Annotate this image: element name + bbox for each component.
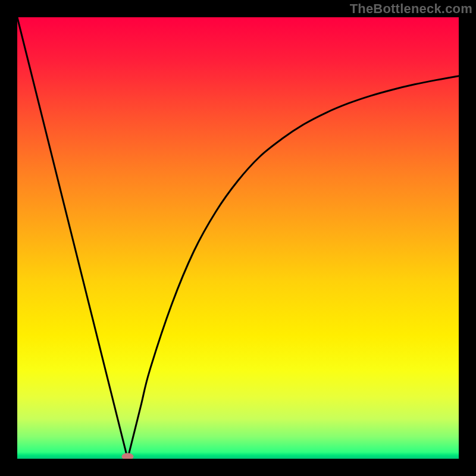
chart-background <box>17 17 459 459</box>
bottleneck-chart <box>17 17 459 459</box>
chart-frame: TheBottleneck.com <box>0 0 476 476</box>
attribution-label: TheBottleneck.com <box>350 1 472 17</box>
